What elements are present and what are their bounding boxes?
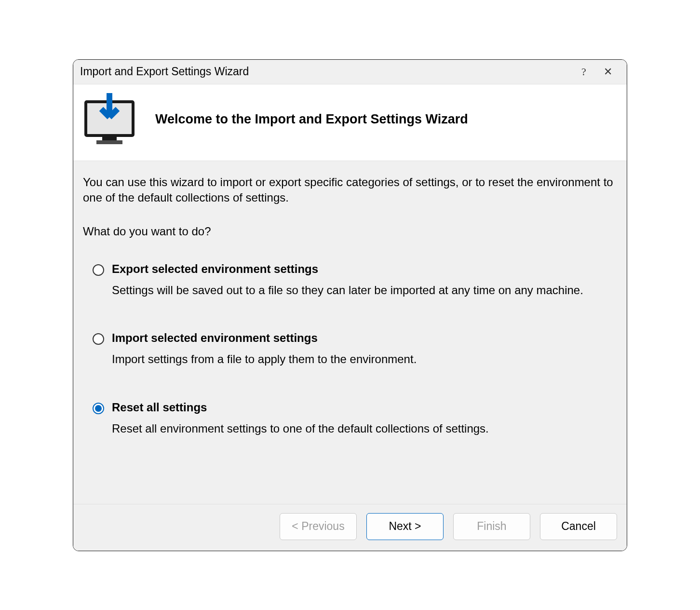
radio-export[interactable] <box>93 264 104 276</box>
wizard-heading: Welcome to the Import and Export Setting… <box>155 112 468 127</box>
wizard-header: Welcome to the Import and Export Setting… <box>73 84 627 161</box>
cancel-button[interactable]: Cancel <box>540 513 617 540</box>
option-export[interactable]: Export selected environment settings Set… <box>93 262 617 298</box>
svg-rect-1 <box>102 136 117 140</box>
option-text: Reset all settings Reset all environment… <box>112 401 617 436</box>
option-import[interactable]: Import selected environment settings Imp… <box>93 331 617 366</box>
finish-button[interactable]: Finish <box>453 513 530 540</box>
question-text: What do you want to do? <box>83 225 617 238</box>
option-title: Import selected environment settings <box>112 331 617 345</box>
help-button[interactable]: ? <box>572 62 596 81</box>
option-title: Reset all settings <box>112 401 617 414</box>
option-reset[interactable]: Reset all settings Reset all environment… <box>93 401 617 436</box>
wizard-content: You can use this wizard to import or exp… <box>73 161 627 504</box>
radio-import[interactable] <box>93 333 104 345</box>
option-desc: Settings will be saved out to a file so … <box>112 283 617 298</box>
option-text: Import selected environment settings Imp… <box>112 331 617 366</box>
option-text: Export selected environment settings Set… <box>112 262 617 298</box>
titlebar: Import and Export Settings Wizard ? ✕ <box>73 60 627 84</box>
previous-button[interactable]: < Previous <box>280 513 357 540</box>
option-desc: Import settings from a file to apply the… <box>112 352 617 366</box>
svg-rect-2 <box>96 140 122 144</box>
option-title: Export selected environment settings <box>112 262 617 276</box>
wizard-footer: < Previous Next > Finish Cancel <box>73 504 627 551</box>
wizard-dialog: Import and Export Settings Wizard ? ✕ We… <box>73 59 627 551</box>
options-group: Export selected environment settings Set… <box>83 262 617 436</box>
close-button[interactable]: ✕ <box>596 62 620 81</box>
option-desc: Reset all environment settings to one of… <box>112 421 617 436</box>
import-monitor-icon <box>83 93 136 146</box>
window-title: Import and Export Settings Wizard <box>80 65 572 78</box>
intro-text: You can use this wizard to import or exp… <box>83 175 617 206</box>
radio-reset[interactable] <box>93 403 104 414</box>
next-button[interactable]: Next > <box>366 513 444 540</box>
